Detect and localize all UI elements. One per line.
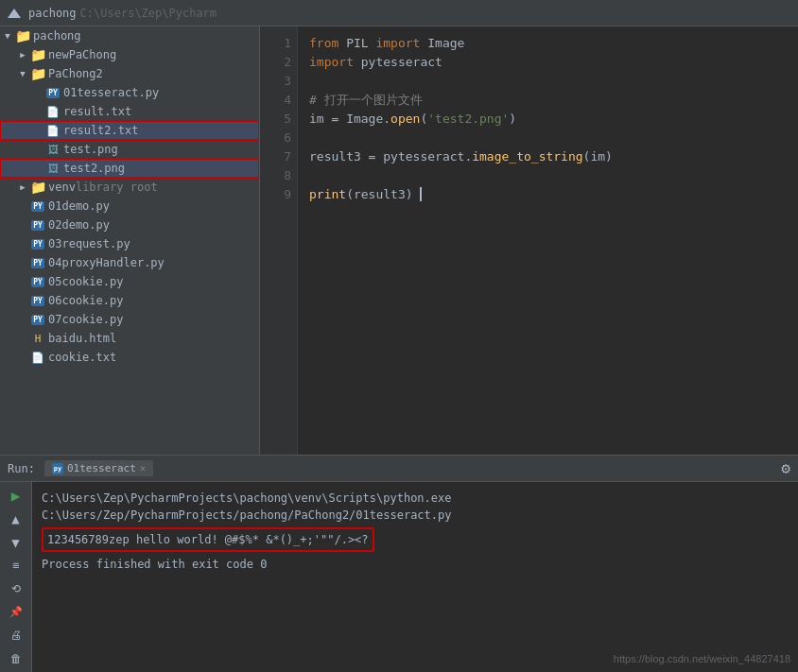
line-number-3: 3 bbox=[266, 72, 291, 91]
run-wrap-button[interactable]: ⟲ bbox=[4, 579, 28, 599]
code-line-4: # 打开一个图片文件 bbox=[309, 91, 787, 110]
run-toolbar: ▶ ▲ ▼ ≡ ⟲ 📌 🖨 🗑 bbox=[0, 482, 32, 672]
code-token: PIL bbox=[338, 36, 375, 50]
code-line-1: from PIL import Image bbox=[309, 34, 787, 53]
run-print-button[interactable]: 🖨 bbox=[4, 626, 28, 646]
run-delete-button[interactable]: 🗑 bbox=[4, 648, 28, 668]
output-cmd2: C:\Users/Zep/PycharmProjects/pachong/PaC… bbox=[42, 507, 789, 524]
code-token: im bbox=[309, 112, 324, 126]
run-tab[interactable]: py 01tesseract × bbox=[44, 460, 153, 476]
code-line-6 bbox=[309, 129, 787, 147]
tree-icon-html: H bbox=[30, 331, 45, 346]
sidebar-label-03request: 03request.py bbox=[48, 237, 130, 250]
tree-icon-py: PY bbox=[30, 312, 45, 327]
sidebar-item-test2png[interactable]: 🖼test2.png bbox=[0, 159, 259, 178]
tab-close-icon[interactable]: × bbox=[140, 462, 147, 474]
sidebar-item-05cookie[interactable]: PY05cookie.py bbox=[0, 272, 259, 291]
code-token: import bbox=[375, 36, 420, 50]
tree-icon-py: PY bbox=[30, 198, 45, 214]
sidebar-label-newPaChong: newPaChong bbox=[48, 48, 116, 61]
tree-arrow-PaChong2[interactable]: ▼ bbox=[15, 66, 30, 81]
line-number-7: 7 bbox=[266, 147, 291, 166]
code-token: ) bbox=[509, 112, 516, 126]
code-token: print bbox=[309, 187, 346, 201]
sidebar-label-07cookie: 07cookie.py bbox=[48, 313, 123, 326]
code-token: . bbox=[383, 112, 390, 126]
run-lines-button[interactable]: ≡ bbox=[4, 556, 28, 576]
file-tree-sidebar[interactable]: ▼📁pachong▶📁newPaChong▼📁PaChong2PY01tesse… bbox=[0, 26, 260, 455]
code-token: from bbox=[309, 36, 338, 50]
sidebar-item-PaChong2[interactable]: ▼📁PaChong2 bbox=[0, 64, 259, 83]
run-up-button[interactable]: ▲ bbox=[4, 509, 28, 529]
code-line-8 bbox=[309, 166, 787, 185]
code-token: pytesseract bbox=[383, 149, 464, 164]
code-token: image_to_string bbox=[472, 149, 582, 164]
sidebar-item-baidu[interactable]: Hbaidu.html bbox=[0, 329, 259, 348]
sidebar-label-result2: result2.txt bbox=[63, 124, 138, 137]
sidebar-sublabel-venv: library root bbox=[76, 181, 158, 194]
sidebar-item-01tesseract[interactable]: PY01tesseract.py bbox=[0, 83, 259, 102]
sidebar-item-01demo[interactable]: PY01demo.py bbox=[0, 197, 259, 215]
tree-icon-py: PY bbox=[30, 274, 45, 289]
run-down-button[interactable]: ▼ bbox=[4, 532, 28, 552]
sidebar-label-04proxyHandler: 04proxyHandler.py bbox=[48, 256, 165, 269]
sidebar-item-pachong[interactable]: ▼📁pachong bbox=[0, 26, 259, 45]
tree-icon-folder: 📁 bbox=[30, 66, 45, 81]
sidebar-item-03request[interactable]: PY03request.py bbox=[0, 234, 259, 253]
tree-icon-txt: 📄 bbox=[45, 104, 61, 119]
sidebar-item-result[interactable]: 📄result.txt bbox=[0, 102, 259, 121]
title-bar-icons bbox=[8, 7, 21, 20]
code-editor: 123456789 from PIL import Imageimport py… bbox=[260, 26, 798, 455]
sidebar-item-07cookie[interactable]: PY07cookie.py bbox=[0, 310, 259, 329]
sidebar-item-venv[interactable]: ▶📁venv library root bbox=[0, 178, 259, 197]
sidebar-label-02demo: 02demo.py bbox=[48, 218, 110, 232]
code-token: # 打开一个图片文件 bbox=[309, 93, 423, 107]
code-token: Image bbox=[346, 112, 383, 126]
tree-icon-py: PY bbox=[30, 217, 45, 233]
line-number-9: 9 bbox=[266, 185, 291, 204]
sidebar-label-05cookie: 05cookie.py bbox=[48, 275, 123, 288]
run-output: C:\Users\Zep\PycharmProjects\pachong\ven… bbox=[32, 482, 798, 672]
tree-icon-folder: 📁 bbox=[15, 28, 30, 43]
run-play-button[interactable]: ▶ bbox=[4, 486, 28, 506]
output-result-container: 123456789zep hello world! @#$%* &*()_+;'… bbox=[42, 527, 789, 552]
line-number-1: 1 bbox=[266, 34, 291, 53]
sidebar-item-06cookie[interactable]: PY06cookie.py bbox=[0, 291, 259, 310]
tree-icon-py: PY bbox=[30, 293, 45, 308]
code-line-2: import pytesseract bbox=[309, 53, 787, 72]
line-numbers: 123456789 bbox=[260, 26, 298, 455]
code-token: = bbox=[324, 112, 346, 126]
tab-py-icon: py bbox=[52, 463, 63, 474]
sidebar-item-cookie[interactable]: 📄cookie.txt bbox=[0, 348, 259, 367]
code-token: = bbox=[361, 149, 383, 164]
tree-icon-txt: 📄 bbox=[30, 350, 45, 365]
cursor bbox=[413, 187, 423, 201]
run-pin-button[interactable]: 📌 bbox=[4, 602, 28, 622]
output-result: 123456789zep hello world! @#$%* &*()_+;'… bbox=[42, 527, 374, 552]
sidebar-label-01demo: 01demo.py bbox=[48, 199, 110, 213]
tree-icon-png: 🖼 bbox=[45, 161, 61, 176]
tree-arrow-newPaChong[interactable]: ▶ bbox=[15, 47, 30, 62]
tree-arrow-pachong[interactable]: ▼ bbox=[0, 28, 15, 43]
code-token: ( bbox=[346, 187, 354, 201]
code-line-5: im = Image.open('test2.png') bbox=[309, 110, 787, 129]
sidebar-item-newPaChong[interactable]: ▶📁newPaChong bbox=[0, 45, 259, 64]
tree-arrow-venv[interactable]: ▶ bbox=[15, 180, 30, 195]
line-number-2: 2 bbox=[266, 53, 291, 72]
sidebar-item-testpng[interactable]: 🖼test.png bbox=[0, 140, 259, 159]
settings-icon[interactable]: ⚙ bbox=[781, 459, 790, 477]
folder-icon bbox=[8, 7, 21, 20]
main-content: ▼📁pachong▶📁newPaChong▼📁PaChong2PY01tesse… bbox=[0, 26, 798, 455]
line-number-6: 6 bbox=[266, 129, 291, 147]
code-content[interactable]: from PIL import Imageimport pytesseract … bbox=[298, 26, 798, 455]
line-number-5: 5 bbox=[266, 110, 291, 129]
code-token: open bbox=[390, 112, 420, 126]
output-process: Process finished with exit code 0 bbox=[42, 556, 789, 573]
sidebar-item-result2[interactable]: 📄result2.txt bbox=[0, 121, 259, 140]
sidebar-label-06cookie: 06cookie.py bbox=[48, 294, 123, 307]
sidebar-item-02demo[interactable]: PY02demo.py bbox=[0, 215, 259, 234]
code-token: im bbox=[590, 149, 605, 164]
sidebar-item-04proxyHandler[interactable]: PY04proxyHandler.py bbox=[0, 253, 259, 272]
sidebar-label-result: result.txt bbox=[63, 105, 131, 118]
output-cmd1: C:\Users\Zep\PycharmProjects\pachong\ven… bbox=[42, 490, 789, 507]
